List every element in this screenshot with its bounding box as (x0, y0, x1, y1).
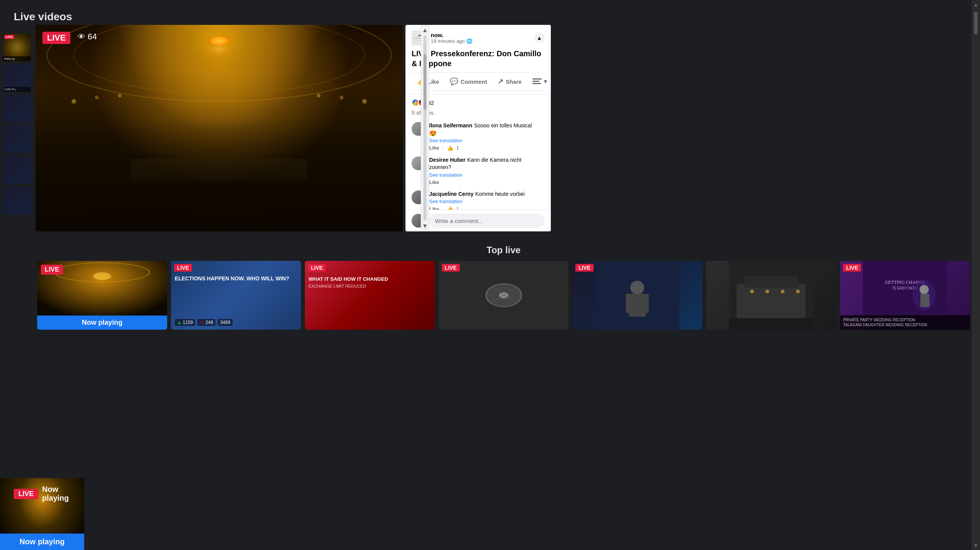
scroll-up-button[interactable]: ▲ (534, 33, 545, 43)
live-card-bg-5: LIVE (572, 261, 702, 330)
svg-rect-19 (532, 81, 539, 82)
channel-time: 19 minutes ago 🌐 (431, 38, 530, 44)
news-headline-2: ELECTIONS HAPPEN NOW. WHO WILL WIN? (175, 275, 297, 282)
main-scrollbar-down[interactable]: ▼ (973, 542, 978, 548)
page-title: Live videos (14, 11, 72, 23)
live-card-3[interactable]: LIVE WHAT IT SAID HOW IT CHANGED EXCHANG… (305, 261, 435, 330)
news-stat-3: 3469 (218, 319, 233, 326)
live-card-badge-7: LIVE (843, 264, 861, 272)
main-scrollbar-thumb[interactable] (974, 11, 978, 34)
sidebar-thumb-5[interactable] (3, 156, 31, 184)
svg-rect-35 (737, 284, 806, 322)
main-video-player: LIVE 👁 64 (36, 25, 403, 231)
live-card-bg-7: LIVE GETTING CHANGE IS EASY NOW PRIVATE … (840, 261, 970, 330)
svg-rect-18 (532, 78, 542, 80)
channel-name[interactable]: now. (431, 32, 530, 38)
sidebar-thumb-4[interactable] (3, 125, 31, 153)
comment-text-3: Komme heute vorbei (475, 191, 524, 197)
sidebar-thumb-label-2: LIVE Pu... (3, 87, 31, 92)
now-playing-live-badge: LIVE (14, 489, 38, 499)
news-stat-1: ▲ 1159 (175, 319, 195, 326)
live-card-badge-2: LIVE (174, 264, 192, 272)
sidebar-thumb-label-1: Baby gi... (3, 56, 31, 61)
live-card-6[interactable] (706, 261, 836, 330)
arrow-down-icon: ▼ (200, 320, 204, 325)
comment-input[interactable]: Write a comment... (429, 214, 545, 228)
svg-point-23 (93, 272, 111, 280)
viewer-count: 👁 64 (78, 32, 97, 42)
comment-actions-3: Like · 👍 1 (429, 206, 545, 210)
comment-icon: 💬 (450, 77, 458, 86)
comment-content-1: Ilona Seifermann Soooo ein tolles Musica… (429, 122, 545, 151)
live-card-7[interactable]: LIVE GETTING CHANGE IS EASY NOW PRIVATE … (840, 261, 970, 330)
svg-point-40 (781, 290, 785, 293)
share-button[interactable]: ↗ Share (492, 75, 527, 88)
comment-like-btn-3[interactable]: Like (429, 206, 439, 210)
comment-like-btn-2[interactable]: Like (429, 179, 439, 185)
venue-svg (706, 261, 836, 330)
like-label: Like (428, 78, 439, 85)
sidebar-live-badge-1: LIVE (4, 35, 14, 39)
live-card-badge-5: LIVE (575, 264, 593, 272)
comment-item-3: Jacqueline Cerny Komme heute vorbei See … (412, 190, 545, 210)
svg-rect-36 (744, 276, 798, 288)
news-stats-2: ▲ 1159 ▼ 248 3469 (175, 319, 297, 326)
channel-row: .at now. 19 minutes ago 🌐 ▲ (412, 30, 545, 46)
svg-rect-37 (729, 318, 813, 330)
comment-emoji-1: 😍 (429, 130, 437, 137)
commenter-name-3[interactable]: Jacqueline Cerny (429, 191, 474, 197)
top-live-title: Top live (36, 245, 972, 255)
commenter-name-1[interactable]: Ilona Seifermann (429, 122, 472, 129)
scrollbar-up-arrow[interactable]: ▲ (421, 25, 429, 36)
stat-val-1: 1159 (183, 320, 193, 325)
live-card-bg-4: LIVE (439, 261, 569, 330)
video-frame[interactable]: LIVE 👁 64 (36, 25, 403, 231)
sidebar-thumb-2[interactable]: LIVE Pu... (3, 64, 31, 92)
see-translation-3[interactable]: See translation (429, 199, 545, 204)
more-options-button[interactable]: ▾ (527, 76, 551, 87)
news-headline-3: WHAT IT SAID HOW IT CHANGED (309, 276, 431, 282)
live-card-1[interactable]: LIVE Now playing (37, 261, 167, 330)
live-card-2[interactable]: LIVE ELECTIONS HAPPEN NOW. WHO WILL WIN?… (171, 261, 301, 330)
more-icon (532, 78, 542, 85)
comment-button[interactable]: 💬 Comment (444, 75, 492, 88)
svg-point-30 (630, 281, 644, 295)
live-badge: LIVE (42, 32, 70, 44)
sidebar-thumbnails: LIVE Baby gi... LIVE Pu... (0, 31, 34, 217)
see-translation-1[interactable]: See translation (429, 138, 545, 143)
svg-point-39 (765, 290, 769, 293)
sidebar-thumb-1[interactable]: LIVE Baby gi... (3, 34, 31, 61)
arrow-up-icon: ▲ (177, 320, 182, 325)
comment-like-count-3: 1 (456, 206, 459, 210)
news-sub-3: EXCHANGE LIMIT REDUCED (309, 284, 431, 288)
dropdown-chevron-icon: ▾ (544, 78, 547, 85)
comment-like-btn-1[interactable]: Like (429, 145, 439, 151)
top-live-grid: LIVE Now playing LIVE ELECTIONS HAPPEN N… (36, 261, 972, 330)
svg-rect-47 (920, 294, 930, 307)
news-overlay-2: LIVE ELECTIONS HAPPEN NOW. WHO WILL WIN?… (171, 261, 301, 330)
sidebar-thumb-6[interactable] (3, 187, 31, 214)
comment-like-reaction-3: 👍 (447, 206, 453, 210)
share-label: Share (506, 78, 522, 85)
see-translation-2[interactable]: See translation (429, 172, 545, 178)
scrollbar-down-arrow[interactable]: ▼ (421, 221, 429, 231)
svg-point-3 (72, 99, 76, 104)
comment-content-3: Jacqueline Cerny Komme heute vorbei See … (429, 190, 545, 210)
main-scrollbar-up[interactable]: ▲ (973, 2, 978, 8)
comment-placeholder: Write a comment... (435, 218, 483, 224)
svg-point-6 (317, 94, 321, 98)
sidebar-thumb-3[interactable] (3, 95, 31, 122)
live-card-4[interactable]: LIVE (439, 261, 569, 330)
commenter-name-2[interactable]: Desiree Huber (429, 157, 466, 163)
live-card-bg-2: LIVE ELECTIONS HAPPEN NOW. WHO WILL WIN?… (171, 261, 301, 330)
comment-text-1: Soooo ein tolles Musical (474, 122, 532, 129)
live-card-bg-3: LIVE WHAT IT SAID HOW IT CHANGED EXCHANG… (305, 261, 435, 330)
comment-item-2: Desiree Huber Kann die Kamera nicht zoom… (412, 156, 545, 185)
comment-like-count-1: 1 (456, 145, 459, 151)
eye-icon: 👁 (78, 33, 85, 41)
scrollbar-thumb[interactable] (423, 54, 427, 109)
live-card-5[interactable]: LIVE (572, 261, 702, 330)
live-card-bg-6 (706, 261, 836, 330)
share-icon: ↗ (498, 77, 503, 86)
comment-actions-1: Like · 👍 1 (429, 145, 545, 151)
